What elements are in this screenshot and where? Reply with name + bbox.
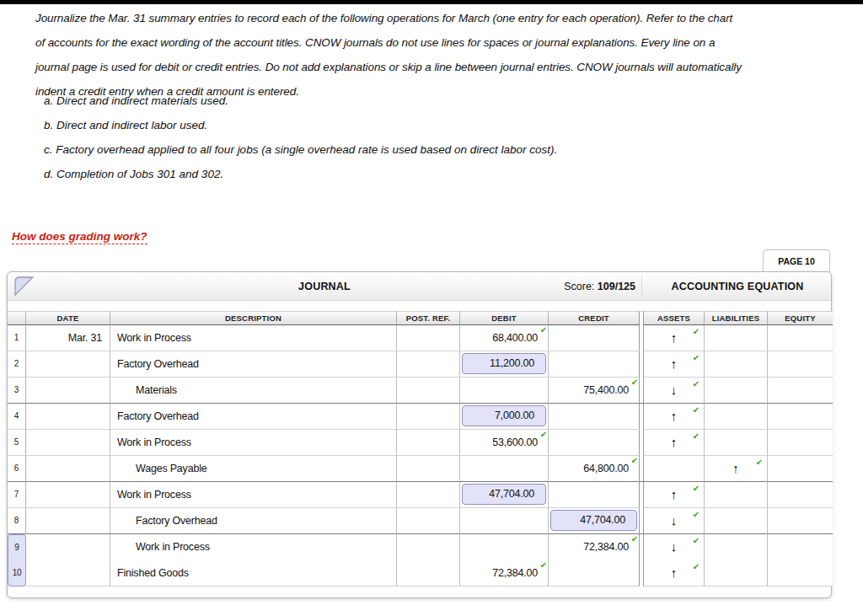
assets-cell[interactable] xyxy=(643,456,705,482)
date-cell[interactable] xyxy=(26,430,110,456)
description-cell[interactable]: Factory Overhead xyxy=(110,404,397,430)
assets-cell[interactable]: ↑✔ xyxy=(643,560,705,587)
liabilities-cell[interactable] xyxy=(705,404,768,430)
header-divider xyxy=(641,276,642,297)
date-cell[interactable] xyxy=(26,482,110,508)
debit-cell[interactable] xyxy=(460,508,549,534)
date-cell[interactable] xyxy=(26,351,110,378)
description-cell[interactable]: Work in Process xyxy=(110,482,397,508)
equity-cell[interactable] xyxy=(768,325,833,351)
date-header: DATE xyxy=(26,311,110,325)
debit-cell[interactable] xyxy=(460,456,549,482)
score-label: Score: xyxy=(564,281,598,292)
credit-cell[interactable]: 64,800.00✔ xyxy=(549,456,640,482)
post-ref-cell xyxy=(397,560,460,587)
liabilities-cell[interactable] xyxy=(705,560,768,587)
debit-cell[interactable]: 47,704.00 xyxy=(460,482,549,508)
grading-help-link[interactable]: How does grading work? xyxy=(12,230,147,244)
description-cell[interactable]: Work in Process xyxy=(110,325,397,351)
assets-cell[interactable]: ↑✔ xyxy=(643,351,705,378)
liabilities-cell[interactable] xyxy=(705,325,768,351)
list-item-d: d. Completion of Jobs 301 and 302. xyxy=(44,162,557,186)
assets-cell[interactable]: ↓✔ xyxy=(643,378,705,404)
post-ref-cell xyxy=(397,534,460,561)
description-cell[interactable]: Finished Goods xyxy=(110,560,397,587)
liabilities-cell[interactable] xyxy=(705,482,768,508)
date-cell[interactable] xyxy=(26,508,110,534)
date-cell[interactable] xyxy=(26,456,110,482)
description-cell[interactable]: Work in Process xyxy=(110,534,397,561)
check-icon: ✔ xyxy=(693,562,700,571)
row-number: 4 xyxy=(8,404,26,430)
list-item-c: c. Factory overhead applied to all four … xyxy=(44,137,557,162)
liabilities-cell[interactable] xyxy=(705,508,768,534)
description-cell[interactable]: Work in Process xyxy=(110,430,397,456)
assets-cell[interactable]: ↑✔ xyxy=(643,482,705,508)
check-icon: ✔ xyxy=(693,484,700,493)
amount-input[interactable]: 47,704.00 xyxy=(462,484,546,505)
equity-header: EQUITY xyxy=(768,311,833,325)
credit-cell[interactable]: 75,400.00✔ xyxy=(549,378,640,404)
assets-cell[interactable]: ↓✔ xyxy=(643,508,705,534)
check-icon: ✔ xyxy=(693,379,700,388)
equity-cell[interactable] xyxy=(768,351,833,378)
journal-row: 9Work in Process72,384.00✔↓✔ xyxy=(8,534,831,560)
credit-cell[interactable] xyxy=(549,430,640,456)
liabilities-cell[interactable] xyxy=(705,351,768,378)
equity-cell[interactable] xyxy=(768,508,833,534)
journal-row: 4Factory Overhead7,000.00↑✔ xyxy=(8,404,831,430)
journal-row: 5Work in Process53,600.00✔↑✔ xyxy=(8,430,831,456)
check-icon: ✔ xyxy=(693,431,700,441)
description-cell[interactable]: Factory Overhead xyxy=(110,508,397,534)
debit-cell[interactable] xyxy=(460,534,549,561)
amount-text: 68,400.00 xyxy=(492,332,538,344)
equity-cell[interactable] xyxy=(768,560,833,587)
column-header-row: DATE DESCRIPTION POST. REF. DEBIT CREDIT… xyxy=(8,311,831,325)
check-icon: ✔ xyxy=(693,353,700,362)
credit-cell[interactable] xyxy=(549,351,640,378)
assets-cell[interactable]: ↑✔ xyxy=(643,404,705,430)
journal-row: 1Mar. 31Work in Process68,400.00✔↑✔ xyxy=(8,325,831,351)
credit-cell[interactable] xyxy=(549,560,640,587)
assets-cell[interactable]: ↓✔ xyxy=(643,534,705,561)
description-cell[interactable]: Factory Overhead xyxy=(110,351,397,378)
credit-cell[interactable] xyxy=(549,325,640,351)
assets-cell[interactable]: ↑✔ xyxy=(643,325,705,351)
amount-input[interactable]: 7,000.00 xyxy=(462,405,546,426)
debit-cell[interactable] xyxy=(460,378,549,404)
liabilities-cell[interactable] xyxy=(705,378,768,404)
equity-cell[interactable] xyxy=(768,378,833,404)
date-cell[interactable] xyxy=(26,404,110,430)
equity-cell[interactable] xyxy=(768,456,833,482)
assets-cell[interactable]: ↑✔ xyxy=(643,430,705,456)
row-number: 7 xyxy=(8,482,26,508)
equity-cell[interactable] xyxy=(768,534,833,561)
date-cell[interactable] xyxy=(26,560,110,587)
credit-cell[interactable]: 72,384.00✔ xyxy=(549,534,640,561)
debit-cell[interactable]: 53,600.00✔ xyxy=(460,430,549,456)
list-item-a: a. Direct and indirect materials used. xyxy=(44,88,557,113)
date-cell[interactable]: Mar. 31 xyxy=(26,325,110,351)
credit-cell[interactable] xyxy=(549,404,640,430)
debit-cell[interactable]: 11,200.00 xyxy=(460,351,549,378)
check-icon: ✔ xyxy=(631,456,638,465)
description-cell[interactable]: Wages Payable xyxy=(110,456,397,482)
debit-cell[interactable]: 68,400.00✔ xyxy=(460,325,549,351)
date-cell[interactable] xyxy=(26,378,110,404)
credit-cell[interactable] xyxy=(549,482,640,508)
debit-cell[interactable]: 7,000.00 xyxy=(460,404,549,430)
liabilities-cell[interactable] xyxy=(705,534,768,561)
equity-cell[interactable] xyxy=(768,430,833,456)
equity-cell[interactable] xyxy=(768,482,833,508)
debit-cell[interactable]: 72,384.00✔ xyxy=(460,560,549,587)
description-cell[interactable]: Materials xyxy=(110,378,397,404)
liabilities-cell[interactable] xyxy=(705,430,768,456)
credit-cell[interactable]: 47,704.00 xyxy=(549,508,640,534)
amount-input[interactable]: 11,200.00 xyxy=(462,353,546,374)
amount-input[interactable]: 47,704.00 xyxy=(550,510,637,531)
date-cell[interactable] xyxy=(26,534,110,561)
page-tab[interactable]: PAGE 10 xyxy=(763,249,830,272)
equity-cell[interactable] xyxy=(768,404,833,430)
liabilities-cell[interactable]: ↑✔ xyxy=(705,456,768,482)
accounting-equation-title: ACCOUNTING EQUATION xyxy=(643,272,832,301)
